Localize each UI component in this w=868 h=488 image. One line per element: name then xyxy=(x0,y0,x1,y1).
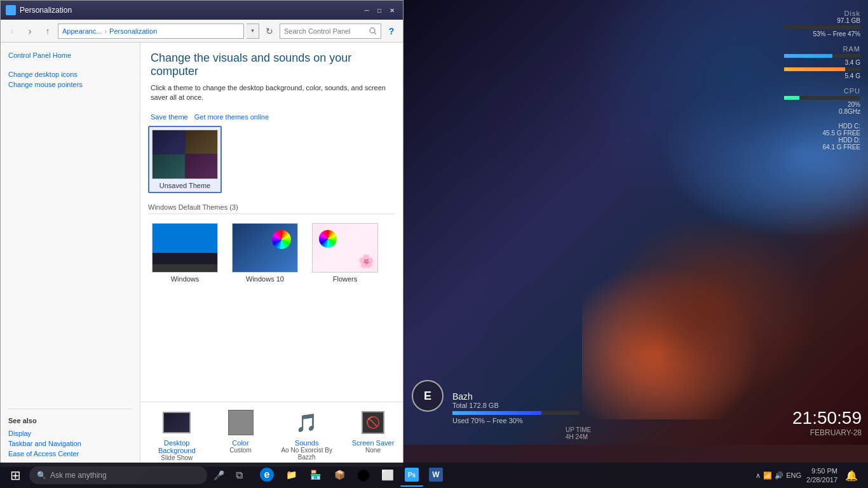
bottom-icon-sounds[interactable]: 🎵 Sounds Ao No Exorcist By Bazzh xyxy=(276,407,339,461)
bottom-icon-screensaver[interactable]: 🚫 Screen Saver None xyxy=(351,407,395,461)
taskbar-app-tablet[interactable]: ⬜ xyxy=(376,464,399,487)
save-theme-link[interactable]: Save theme xyxy=(151,113,188,121)
forward-button[interactable]: › xyxy=(22,24,37,39)
address-separator: › xyxy=(104,27,107,35)
see-also-section: See also Display Taskbar and Navigation … xyxy=(8,409,132,459)
user-emblem: E xyxy=(412,380,444,412)
task-view-button[interactable]: ⧉ xyxy=(227,464,250,487)
hdd-c-value: 45.5 G FREE xyxy=(784,130,860,137)
theme-flowers-thumb xyxy=(312,223,378,273)
theme-windows-name: Windows xyxy=(171,275,200,283)
systray-sound[interactable]: 🔊 xyxy=(775,471,783,480)
up-button[interactable]: ↑ xyxy=(40,24,55,39)
refresh-button[interactable]: ↻ xyxy=(262,24,277,39)
desktop-bg-label[interactable]: Desktop Background xyxy=(148,439,206,454)
disk-label: Disk xyxy=(784,10,860,17)
see-also-taskbar[interactable]: Taskbar and Navigation xyxy=(8,438,132,449)
maximize-button[interactable]: □ xyxy=(374,4,385,16)
theme-windows[interactable]: Windows xyxy=(148,219,222,287)
mic-icon: 🎤 xyxy=(214,470,224,480)
cpu-bar-container xyxy=(784,96,860,100)
color-sub: Custom xyxy=(229,447,251,454)
bottom-icons: Desktop Background Slide Show Color Cust… xyxy=(140,402,403,466)
taskbar-app-explorer[interactable]: 📁 xyxy=(280,464,302,487)
screensaver-symbol: 🚫 xyxy=(362,411,384,434)
task-view-icon: ⧉ xyxy=(236,470,243,481)
left-nav-home[interactable]: Control Panel Home xyxy=(8,50,132,60)
main-panel: Change the visuals and sounds on your co… xyxy=(140,43,403,466)
notification-button[interactable]: 🔔 xyxy=(843,466,860,484)
start-button[interactable]: ⊞ xyxy=(3,463,28,488)
taskbar-search-box[interactable]: 🔍 Ask me anything xyxy=(29,466,207,484)
systray-network[interactable]: 📶 xyxy=(763,471,772,480)
taskbar-app-store[interactable]: 🏪 xyxy=(304,464,327,487)
ram-section: RAM 3.4 G 5.4 G xyxy=(784,45,860,79)
hdd-d-value: 64.1 G FREE xyxy=(784,144,860,151)
thumb-win10-preview xyxy=(233,224,297,272)
store-icon: 🏪 xyxy=(308,468,322,482)
back-button[interactable]: ‹ xyxy=(4,24,20,39)
taskbar-app-photoshop[interactable]: Ps xyxy=(400,464,423,487)
color-icon xyxy=(226,407,256,438)
left-nav-desktop-icons[interactable]: Change desktop icons xyxy=(8,69,132,79)
address-dropdown[interactable]: ▼ xyxy=(247,24,259,39)
explorer-icon: 📁 xyxy=(284,468,298,482)
taskbar-app-edge[interactable]: e xyxy=(255,464,278,487)
bottom-icon-desktop-bg[interactable]: Desktop Background Slide Show xyxy=(148,407,206,461)
system-monitor: Disk 97.1 GB 53% – Free 47% RAM 3.4 G 5.… xyxy=(784,10,860,158)
see-also-display[interactable]: Display xyxy=(8,428,132,438)
theme-flowers[interactable]: Flowers xyxy=(308,219,382,287)
windows-themes-title: Windows Default Themes (3) xyxy=(148,203,395,214)
chrome-icon: ⬤ xyxy=(356,468,370,482)
ram-bar2-container xyxy=(784,67,860,71)
sounds-label[interactable]: Sounds xyxy=(295,439,318,447)
minimize-button[interactable]: ─ xyxy=(361,4,372,16)
systray-chevron[interactable]: ∧ xyxy=(756,471,761,480)
address-breadcrumb-2[interactable]: Personalization xyxy=(109,27,157,35)
left-nav-mouse-pointers[interactable]: Change mouse pointers xyxy=(8,79,132,90)
theme-win10[interactable]: Windows 10 xyxy=(228,219,302,287)
cpu-bar-fill xyxy=(784,96,799,100)
search-input[interactable] xyxy=(280,24,381,39)
thumb-flowers-preview xyxy=(313,224,377,272)
hdd-d-label: HDD D: xyxy=(784,137,860,144)
mini-2 xyxy=(186,130,218,154)
themes-area[interactable]: Save theme Get more themes online xyxy=(140,108,403,402)
mic-button[interactable]: 🎤 xyxy=(210,466,227,484)
taskbar-app-word[interactable]: W xyxy=(424,464,447,487)
theme-actions: Save theme Get more themes online xyxy=(148,113,395,121)
content-area: Control Panel Home Change desktop icons … xyxy=(1,43,403,466)
more-themes-link[interactable]: Get more themes online xyxy=(194,113,269,121)
systray-lang[interactable]: ENG xyxy=(786,471,801,479)
disk-bar-label: 53% – Free 47% xyxy=(784,30,860,37)
address-breadcrumb-1[interactable]: Appearanc... xyxy=(62,27,102,35)
theme-unsaved[interactable]: Unsaved Theme xyxy=(148,126,222,193)
sounds-symbol: 🎵 xyxy=(295,412,318,433)
thumb-unsaved-preview xyxy=(153,130,217,179)
cpu-pct: 20% xyxy=(784,101,860,108)
toolbar: ‹ › ↑ Appearanc... › Personalization ▼ ↻… xyxy=(1,20,403,43)
bottom-icon-color[interactable]: Color Custom xyxy=(219,407,263,461)
close-button[interactable]: ✕ xyxy=(386,4,398,16)
screensaver-label[interactable]: Screen Saver xyxy=(352,439,395,447)
sounds-sub: Ao No Exorcist By Bazzh xyxy=(276,447,339,461)
taskbar-app-chrome[interactable]: ⬤ xyxy=(352,464,375,487)
mini-4 xyxy=(186,154,218,179)
user-bar-container xyxy=(452,411,580,415)
taskbar-app-packages[interactable]: 📦 xyxy=(328,464,351,487)
thumb-windows-preview xyxy=(153,224,217,272)
packages-icon: 📦 xyxy=(332,468,346,482)
help-button[interactable]: ? xyxy=(384,24,399,39)
taskbar-clock[interactable]: 9:50 PM 2/28/2017 xyxy=(806,466,837,485)
photoshop-icon: Ps xyxy=(405,468,419,482)
color-label[interactable]: Color xyxy=(232,439,248,447)
main-header: Change the visuals and sounds on your co… xyxy=(140,43,403,108)
see-also-ease-access[interactable]: Ease of Access Center xyxy=(8,449,132,459)
anime-bottom xyxy=(582,197,836,419)
cpu-label: CPU xyxy=(784,87,860,95)
windows-logo: ⊞ xyxy=(10,468,21,483)
clock-widget: 21:50:59 FEBRUARY-28 xyxy=(792,408,862,437)
theme-win10-name: Windows 10 xyxy=(246,275,284,283)
left-panel: Control Panel Home Change desktop icons … xyxy=(1,43,140,466)
taskbar-apps: e 📁 🏪 📦 ⬤ ⬜ Ps W xyxy=(255,464,447,487)
